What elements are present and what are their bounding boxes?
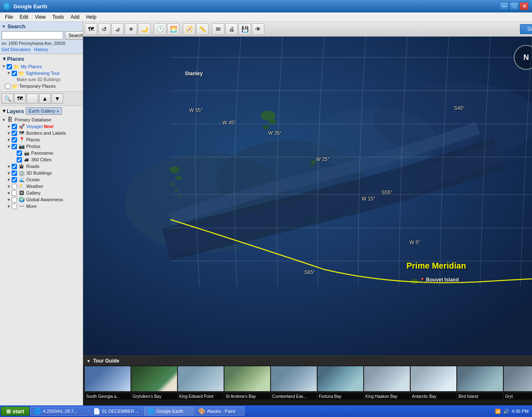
empty-nav-btn[interactable] (27, 94, 38, 104)
toolbar: 🗺 ↺ ⊿ ☀ 🌙 🕐 🌅 🧭 📏 ✉ 🖨 💾 👁 Sign in (83, 22, 532, 37)
menu-tools[interactable]: Tools (49, 13, 67, 21)
photos-label: Photos (26, 144, 40, 149)
menu-add[interactable]: Add (67, 13, 83, 21)
up-nav-btn[interactable]: ▲ (39, 94, 51, 104)
3d-buildings-item: ▼ 🏢 3D Buildings (2, 170, 81, 176)
tour-thumb-7[interactable]: Antarctic Bay (411, 366, 456, 400)
expand-icon-tour[interactable]: ▼ (7, 71, 12, 75)
tour-thumb-0[interactable]: South Georgia a... (85, 366, 131, 400)
cities360-checkbox[interactable] (17, 157, 22, 163)
expand-gallery[interactable]: ▼ (7, 191, 12, 195)
more-checkbox[interactable] (12, 204, 17, 209)
expand-icon[interactable]: ▼ (2, 64, 7, 69)
search-input[interactable] (2, 31, 63, 39)
expand-weather[interactable]: ▼ (7, 184, 12, 189)
tour-thumb-4[interactable]: Cumberland Eas... (271, 366, 317, 400)
global-checkbox[interactable] (12, 197, 17, 202)
tour-thumb-1[interactable]: Grytviken's Bay (131, 366, 177, 400)
thumb-label-6: King Haakon Bay (364, 393, 410, 400)
expand-places-layer[interactable]: ▼ (7, 138, 12, 142)
tour-thumb-6[interactable]: King Haakon Bay (364, 366, 410, 400)
menu-view[interactable]: View (32, 13, 49, 21)
maximize-button[interactable]: □ (510, 2, 519, 10)
places-layer-checkbox[interactable] (12, 137, 17, 143)
clock-btn[interactable]: 🕐 (154, 23, 166, 35)
expand-photos[interactable]: ▼ (7, 144, 12, 149)
content-area: 🗺 ↺ ⊿ ☀ 🌙 🕐 🌅 🧭 📏 ✉ 🖨 💾 👁 Sign in (83, 22, 532, 405)
tilt-btn[interactable]: ⊿ (111, 23, 124, 35)
rotate-btn[interactable]: ↺ (98, 23, 111, 35)
thumb-label-8: Bird Island (457, 393, 503, 400)
nav-buttons: 🔍 🗺 ▲ ▼ (0, 92, 83, 106)
tour-thumb-2[interactable]: King Edward Point (178, 366, 224, 400)
print-btn[interactable]: 🖨 (225, 23, 238, 35)
start-button[interactable]: ⊞ start (1, 407, 30, 416)
3d-buildings-checkbox[interactable] (12, 170, 17, 176)
sunrise-btn[interactable]: 🌅 (167, 23, 180, 35)
expand-borders[interactable]: ▼ (7, 131, 12, 136)
menu-help[interactable]: Help (83, 13, 100, 21)
borders-checkbox[interactable] (12, 131, 17, 136)
search-button[interactable]: Search (65, 31, 83, 39)
weather-icon: ⛅ (18, 183, 25, 189)
my-places-checkbox[interactable] (7, 64, 12, 69)
email-btn[interactable]: ✉ (212, 23, 224, 35)
expand-more[interactable]: ▼ (7, 204, 12, 209)
sign-in-button[interactable]: Sign in (520, 24, 532, 34)
map-nav-btn[interactable]: 🗺 (14, 94, 26, 104)
gallery-checkbox[interactable] (12, 190, 17, 196)
sightseeing-checkbox[interactable] (12, 71, 17, 76)
voyager-checkbox[interactable] (12, 124, 17, 129)
taskbar-item-coords[interactable]: 🌐 4.250044,-28.7... (30, 407, 89, 416)
tour-thumb-3[interactable]: St Andrew's Bay (224, 366, 270, 400)
down-nav-btn[interactable]: ▼ (52, 94, 63, 104)
expand-voyager[interactable]: ▼ (7, 124, 12, 129)
sun-btn[interactable]: ☀ (125, 23, 137, 35)
nav-btn[interactable]: 🧭 (183, 23, 195, 35)
thumb-label-3: St Andrew's Bay (224, 393, 270, 400)
photos-checkbox[interactable] (12, 144, 17, 149)
view-btn[interactable]: 👁 (252, 23, 264, 35)
weather-checkbox[interactable] (12, 184, 17, 189)
menu-edit[interactable]: Edit (16, 13, 32, 21)
moon-btn[interactable]: 🌙 (138, 23, 150, 35)
history-link[interactable]: History (34, 47, 48, 52)
roads-checkbox[interactable] (12, 164, 17, 169)
tour-thumb-5[interactable]: Fortuna Bay (318, 366, 363, 400)
search-title: Search (7, 23, 25, 30)
windows-icon: ⊞ (6, 408, 11, 415)
window-controls: — □ ✕ (500, 2, 529, 10)
close-button[interactable]: ✕ (520, 2, 529, 10)
save-btn[interactable]: 💾 (239, 23, 251, 35)
voyager-icon: 🚀 (18, 123, 25, 129)
tour-thumb-9[interactable]: Gryt (504, 366, 532, 400)
ruler-btn[interactable]: 📏 (196, 23, 209, 35)
expand-3d[interactable]: ▼ (7, 171, 12, 175)
expand-primary[interactable]: ▼ (2, 118, 7, 122)
roads-label: Roads (26, 164, 39, 169)
expand-roads[interactable]: ▼ (7, 164, 12, 169)
earth-taskbar-icon: 🌐 (148, 408, 155, 415)
sightseeing-tour-label[interactable]: Sightseeing Tour (26, 71, 60, 76)
doc-icon: 📄 (93, 408, 100, 415)
tour-guide-images: South Georgia a...Grytviken's BayKing Ed… (83, 365, 532, 405)
taskbar-item-paint[interactable]: 🎨 Alaska - Paint (195, 407, 244, 416)
temp-places-checkbox[interactable] (5, 84, 10, 89)
panoramio-checkbox[interactable] (17, 151, 22, 156)
minimize-button[interactable]: — (500, 2, 509, 10)
ocean-checkbox[interactable] (12, 177, 17, 183)
get-directions-link[interactable]: Get Directions (2, 47, 31, 52)
my-places-label[interactable]: My Places (21, 64, 42, 69)
svg-point-6 (175, 176, 182, 180)
taskbar-item-doc[interactable]: 📄 01 DECEMBER ... (89, 407, 143, 416)
search-nav-btn[interactable]: 🔍 (2, 94, 13, 104)
map-view-btn[interactable]: 🗺 (85, 23, 97, 35)
expand-ocean[interactable]: ▼ (7, 178, 12, 182)
taskbar-item-earth[interactable]: 🌐 Google Earth (144, 407, 194, 416)
voyager-label[interactable]: Voyager (26, 124, 43, 129)
map-area[interactable]: Stanley W 55° W 45° W 35° W 25° W 15° S5… (83, 37, 532, 355)
tour-thumb-8[interactable]: Bird Island (457, 366, 503, 400)
menu-file[interactable]: File (2, 13, 16, 21)
earth-gallery-tab[interactable]: Earth Gallery » (26, 107, 62, 115)
expand-global[interactable]: ▼ (7, 197, 12, 202)
